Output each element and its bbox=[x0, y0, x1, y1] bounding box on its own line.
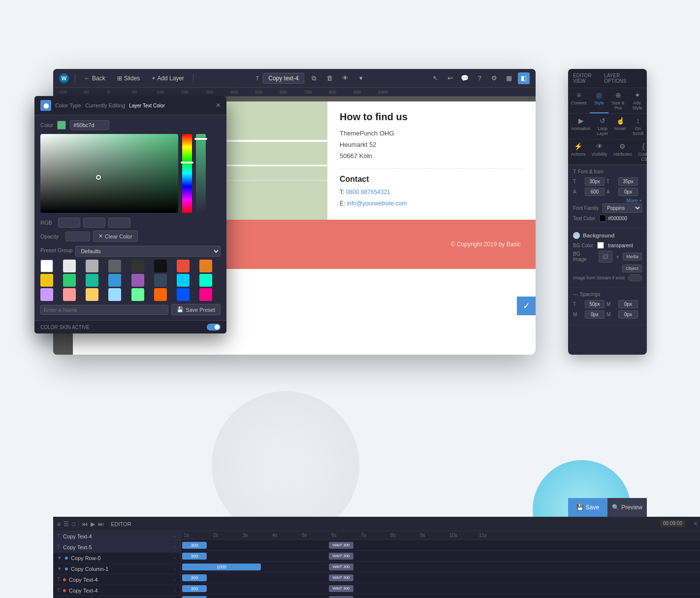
email-link[interactable]: info@yourwebsite.com bbox=[347, 200, 407, 207]
tab-visibility[interactable]: 👁 Visibility bbox=[589, 139, 610, 165]
visibility-icon[interactable]: 👁 bbox=[340, 72, 351, 84]
cp-toggle[interactable] bbox=[207, 324, 221, 331]
track-block-300[interactable]: 300 bbox=[182, 542, 207, 549]
padding-top-input[interactable] bbox=[585, 300, 605, 308]
letter-spacing-input[interactable] bbox=[618, 188, 638, 196]
layout-icon[interactable]: ▦ bbox=[503, 72, 515, 84]
cursor-icon[interactable]: ↖ bbox=[429, 72, 441, 84]
cp-save-preset-button[interactable]: 💾 Save Preset bbox=[171, 304, 221, 315]
cp-alpha-strip[interactable] bbox=[196, 134, 206, 213]
tl-skip-back-icon[interactable]: ⏮ bbox=[82, 521, 88, 528]
add-layer-button[interactable]: + Add Layer bbox=[149, 73, 187, 83]
cp-preset-name-input[interactable] bbox=[40, 305, 168, 315]
swatch-green[interactable] bbox=[63, 274, 76, 287]
track-block-300[interactable]: 300 bbox=[182, 553, 207, 560]
tl-row-copy-text4-red2[interactable]: T Copy Text-4 → bbox=[53, 585, 181, 596]
font-family-select[interactable]: Poppins bbox=[603, 203, 642, 213]
swatch-red[interactable] bbox=[177, 260, 190, 272]
tab-animation[interactable]: ▶ Animation bbox=[568, 114, 594, 139]
tab-hover[interactable]: ☝ Hover bbox=[611, 114, 629, 139]
cp-clear-button[interactable]: ✕ Clear Color bbox=[93, 231, 138, 242]
back-button[interactable]: ← Back bbox=[81, 73, 108, 83]
track-block-1000[interactable]: 1000 bbox=[182, 564, 261, 570]
tab-css[interactable]: { } Custom CSS bbox=[635, 139, 647, 165]
cp-color-preview[interactable] bbox=[57, 121, 66, 130]
tab-content[interactable]: ≡ Content bbox=[568, 88, 590, 113]
stream-toggle[interactable] bbox=[628, 274, 642, 281]
padding-bottom-input[interactable] bbox=[585, 310, 605, 319]
font-size-35-input[interactable] bbox=[618, 177, 638, 186]
cp-hue-strip[interactable] bbox=[182, 134, 192, 213]
save-button[interactable]: 💾 Save bbox=[568, 498, 607, 517]
tl-box-icon[interactable]: □ bbox=[72, 521, 75, 528]
swatch-purple[interactable] bbox=[131, 274, 144, 287]
tab-scroll[interactable]: ↕ On Scroll bbox=[629, 114, 647, 139]
swatch-white[interactable] bbox=[40, 260, 53, 272]
track-block-wait[interactable]: WAIT 300 bbox=[329, 542, 353, 549]
swatch-peach[interactable] bbox=[86, 288, 98, 301]
swatch-lightgray[interactable] bbox=[63, 260, 76, 272]
track-block-wait[interactable]: WAIT 300 bbox=[329, 564, 353, 570]
font-size-t-input[interactable] bbox=[585, 177, 605, 186]
swatch-charcoal[interactable] bbox=[131, 260, 144, 272]
undo-icon[interactable]: ↩ bbox=[444, 72, 456, 84]
slides-button[interactable]: ⊞ Slides bbox=[114, 73, 143, 83]
swatch-hotpink[interactable] bbox=[199, 288, 212, 301]
help-icon[interactable]: ? bbox=[474, 72, 485, 84]
track-block-300[interactable]: 300 bbox=[182, 596, 207, 598]
more-icon[interactable]: ▾ bbox=[355, 72, 367, 84]
tl-row-copy-col1[interactable]: ▼ Copy Column-1 → bbox=[53, 564, 181, 574]
cp-hex-input[interactable] bbox=[70, 120, 109, 130]
cp-g-input[interactable]: 188 bbox=[83, 218, 105, 228]
tl-list-icon[interactable]: ☰ bbox=[64, 521, 69, 528]
copy-icon[interactable]: ⧉ bbox=[308, 72, 320, 84]
swatch-cyan[interactable] bbox=[177, 274, 190, 287]
speech-icon[interactable]: 💬 bbox=[459, 72, 471, 84]
tab-adv-style[interactable]: ✦ Adv. Style bbox=[628, 88, 647, 113]
track-block-wait[interactable]: WAIT 300 bbox=[329, 585, 353, 592]
swatch-lightblue[interactable] bbox=[108, 288, 121, 301]
confirm-button[interactable]: ✓ bbox=[517, 297, 536, 315]
cp-r-input[interactable]: 8 bbox=[58, 218, 80, 228]
tl-play-icon[interactable]: ▶ bbox=[91, 521, 95, 528]
delete-icon[interactable]: 🗑 bbox=[324, 72, 336, 84]
text-color-swatch[interactable] bbox=[599, 215, 606, 222]
swatch-teal[interactable] bbox=[86, 274, 98, 287]
panel-icon[interactable]: ◧ bbox=[518, 72, 530, 84]
more-button[interactable]: More + bbox=[573, 198, 642, 203]
swatch-darkorange[interactable] bbox=[154, 288, 167, 301]
tab-size-pos[interactable]: ⊕ Size & Pos bbox=[608, 88, 628, 113]
tl-row-copy-text4[interactable]: T Copy Text-4 → bbox=[53, 531, 181, 542]
tl-row-copy-text4-red[interactable]: T Copy Text-4 → bbox=[53, 574, 181, 585]
swatch-pink[interactable] bbox=[63, 288, 76, 301]
tab-actions[interactable]: ⚡ Actions bbox=[568, 139, 589, 165]
cp-b-input[interactable]: 125 bbox=[108, 218, 130, 228]
font-weight-input[interactable] bbox=[585, 188, 605, 196]
tl-menu-icon[interactable]: ≡ bbox=[57, 521, 61, 528]
media-button[interactable]: Media bbox=[623, 253, 642, 261]
tl-row-copy-row0[interactable]: ▼ Copy Row-0 → bbox=[53, 553, 181, 564]
settings-icon[interactable]: ⚙ bbox=[488, 72, 500, 84]
swatch-navy[interactable] bbox=[154, 274, 167, 287]
swatch-royalblue[interactable] bbox=[177, 288, 190, 301]
bg-color-swatch[interactable] bbox=[597, 242, 604, 249]
padding-right-input[interactable] bbox=[618, 300, 638, 308]
track-block-wait[interactable]: WAIT 300 bbox=[329, 574, 353, 581]
swatch-lavender[interactable] bbox=[40, 288, 53, 301]
tab-style[interactable]: ◎ Style bbox=[590, 88, 609, 113]
tl-close-button[interactable]: × bbox=[694, 520, 698, 528]
swatch-mint[interactable] bbox=[199, 274, 212, 287]
cp-opacity-input[interactable]: 100% bbox=[65, 232, 90, 241]
cp-close-button[interactable]: × bbox=[216, 101, 221, 110]
swatch-blue[interactable] bbox=[108, 274, 121, 287]
track-block-300[interactable]: 300 bbox=[182, 585, 207, 592]
object-button[interactable]: Object bbox=[622, 265, 642, 272]
padding-left-input[interactable] bbox=[618, 310, 638, 319]
phone-link[interactable]: 0800 987654321 bbox=[346, 189, 390, 196]
tab-loop[interactable]: ↺ Loop Layer bbox=[594, 114, 611, 139]
swatch-darkgray[interactable] bbox=[108, 260, 121, 272]
preview-button[interactable]: 🔍 Preview bbox=[607, 498, 647, 517]
tl-skip-forward-icon[interactable]: ⏭ bbox=[98, 521, 104, 528]
swatch-yellow[interactable] bbox=[40, 274, 53, 287]
swatch-orange[interactable] bbox=[199, 260, 212, 272]
